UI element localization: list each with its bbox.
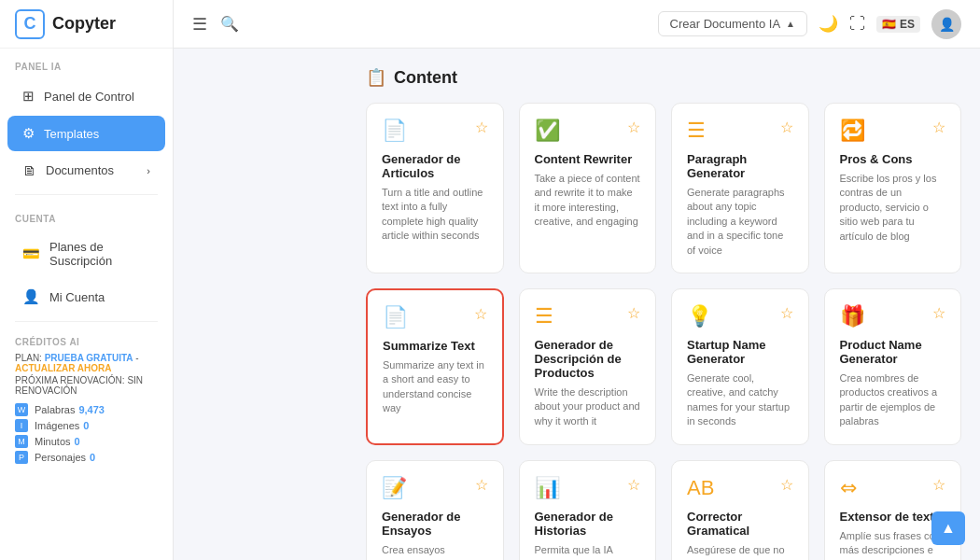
card-icon: ⇔ [840,476,857,500]
scroll-to-top-button[interactable]: ▲ [931,511,965,545]
card-generador-descripcion[interactable]: ☰ ☆ Generador de Descripción de Producto… [519,288,657,445]
favorite-star-icon[interactable]: ☆ [475,476,488,494]
card-top: ⇔ ☆ [840,476,946,500]
card-desc: Generate cool, creative, and catchy name… [687,371,793,429]
card-content-rewriter[interactable]: ✅ ☆ Content Rewriter Take a piece of con… [519,103,657,273]
card-title: Startup Name Generator [687,338,793,366]
card-icon: 📄 [382,119,407,143]
favorite-star-icon[interactable]: ☆ [474,305,487,323]
card-top: 📊 ☆ [535,476,641,500]
favorite-star-icon[interactable]: ☆ [627,119,640,136]
crear-documento-button[interactable]: Crear Documento IA ▲ [658,11,807,36]
scroll-top-icon: ▲ [941,520,956,537]
favorite-star-icon[interactable]: ☆ [932,476,945,494]
card-desc: Crea nombres de productos creativos a pa… [840,371,946,429]
header-right: Crear Documento IA ▲ 🌙 ⛶ 🇪🇸 ES 👤 [658,9,961,39]
card-paragraph-generator[interactable]: ☰ ☆ Paragraph Generator Generate paragra… [671,103,809,273]
card-product-name[interactable]: 🎁 ☆ Product Name Generator Crea nombres … [824,288,962,445]
credit-value: 9,473 [78,404,105,415]
card-desc: Amplíe sus frases con más descripciones … [840,529,946,560]
main-content: 📋 Content 📄 ☆ Generador de Articulos Tur… [347,49,980,560]
sidebar-item-label: Templates [44,127,99,141]
card-startup-name[interactable]: 💡 ☆ Startup Name Generator Generate cool… [671,288,809,445]
credit-label: Palabras [35,404,75,415]
favorite-star-icon[interactable]: ☆ [475,119,488,136]
renew-line: PRÓXIMA RENOVACIÓN: SIN RENOVACIÓN [15,375,158,396]
credits-label: CRÉDITOS AI [15,337,158,347]
credit-label: Minutos [35,436,71,447]
favorite-star-icon[interactable]: ☆ [780,119,793,136]
credit-value: 0 [90,452,95,463]
card-icon: ☰ [535,304,553,329]
crear-chevron-icon: ▲ [786,19,795,29]
personajes-icon: P [15,451,28,464]
favorite-star-icon[interactable]: ☆ [780,476,793,494]
card-desc: Generate paragraphs about any topic incl… [687,186,793,258]
sidebar-item-mi-cuenta[interactable]: 👤 Mi Cuenta [7,279,165,315]
cuenta-label: CUENTA [0,201,173,230]
sidebar-item-planes[interactable]: 💳 Planes de Suscripción [7,231,165,277]
card-generador-articulos[interactable]: 📄 ☆ Generador de Articulos Turn a title … [366,103,504,273]
fullscreen-icon[interactable]: ⛶ [849,15,865,34]
card-icon: 💳 [22,245,40,262]
card-title: Generador de Ensayos [382,510,488,538]
crear-btn-label: Crear Documento IA [670,17,781,31]
credit-personajes: P Personajes 0 [15,451,158,464]
section-header: 📋 Content [366,67,961,88]
card-generador-ensayos[interactable]: 📝 ☆ Generador de Ensayos Crea ensayos ac… [366,460,504,560]
card-top: ☰ ☆ [687,119,793,143]
card-summarize-text[interactable]: 📄 ☆ Summarize Text Summarize any text in… [366,288,504,445]
card-corrector-gramatical[interactable]: AB ☆ Corrector Gramatical Asegúrese de q… [671,460,809,560]
sidebar-item-templates[interactable]: ⚙ Templates [7,116,165,151]
menu-icon[interactable]: ☰ [192,14,207,35]
card-top: ☰ ☆ [535,304,641,329]
sidebar-item-documentos[interactable]: 🗎 Documentos › [7,153,165,188]
logo-icon: C [15,9,45,39]
gear-icon: ⚙ [22,125,35,142]
sidebar: C Copyter PANEL IA ⊞ Panel de Control ⚙ … [0,0,174,560]
content-section-icon: 📋 [366,67,386,88]
grid-icon: ⊞ [22,88,35,105]
plan-free-link[interactable]: PRUEBA GRATUITA [45,353,133,363]
plan-line: PLAN: PRUEBA GRATUITA - ACTUALIZAR AHORA [15,353,158,373]
card-pros-cons[interactable]: 🔁 ☆ Pros & Cons Escribe los pros y los c… [824,103,962,273]
card-icon: 📝 [382,476,407,500]
search-icon[interactable]: 🔍 [220,15,239,33]
panel-ia-label: PANEL IA [0,49,173,77]
card-icon: 🔁 [840,119,865,143]
card-top: 📄 ☆ [382,119,488,143]
card-title: Extensor de texto [840,510,946,524]
card-icon: 📄 [383,305,408,329]
moon-icon[interactable]: 🌙 [819,14,838,34]
favorite-star-icon[interactable]: ☆ [932,304,945,322]
sidebar-divider [15,194,158,195]
sidebar-item-panel-control[interactable]: ⊞ Panel de Control [7,78,165,114]
card-top: AB ☆ [687,476,793,500]
credits-section: CRÉDITOS AI PLAN: PRUEBA GRATUITA - ACTU… [0,328,173,476]
favorite-star-icon[interactable]: ☆ [627,476,640,494]
credit-value: 0 [83,420,89,431]
card-top: 📝 ☆ [382,476,488,500]
card-top: 🔁 ☆ [840,119,946,143]
card-desc: Permita que la IA genere historias creat… [535,543,641,560]
credit-label: Personajes [35,452,86,463]
card-desc: Write the description about your product… [535,385,641,428]
palabras-icon: W [15,403,28,416]
favorite-star-icon[interactable]: ☆ [932,119,945,136]
header: ☰ 🔍 Crear Documento IA ▲ 🌙 ⛶ 🇪🇸 ES 👤 [174,0,980,49]
logo-text: Copyter [52,14,116,34]
plan-update-link[interactable]: ACTUALIZAR AHORA [15,363,112,373]
credit-minutos: M Minutos 0 [15,435,158,448]
section-title: Content [394,68,457,88]
favorite-star-icon[interactable]: ☆ [627,304,640,322]
sidebar-divider-2 [15,321,158,322]
card-generador-historias[interactable]: 📊 ☆ Generador de Historias Permita que l… [519,460,657,560]
card-icon: 💡 [687,304,712,329]
language-selector[interactable]: 🇪🇸 ES [876,16,920,33]
card-title: Generador de Historias [535,510,641,538]
lang-label: ES [900,18,915,31]
card-desc: Take a piece of content and rewrite it t… [535,172,641,230]
avatar[interactable]: 👤 [931,9,961,39]
card-desc: Crea ensayos académicos creativos para v… [382,543,488,560]
favorite-star-icon[interactable]: ☆ [780,304,793,322]
